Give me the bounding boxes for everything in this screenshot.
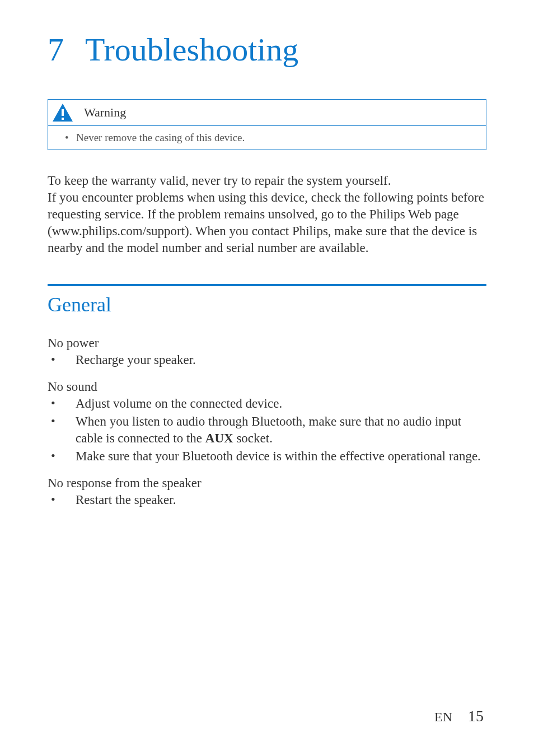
footer-lang: EN bbox=[434, 710, 452, 725]
bold-text: AUX bbox=[205, 431, 233, 445]
warning-item: Never remove the casing of this device. bbox=[65, 132, 478, 144]
section-title: General bbox=[48, 293, 486, 316]
chapter-heading: 7 Troubleshooting bbox=[48, 31, 486, 68]
issue-block: No response from the speakerRestart the … bbox=[48, 476, 486, 508]
issue-title: No sound bbox=[48, 380, 486, 394]
warning-body: Never remove the casing of this device. bbox=[48, 125, 486, 150]
warning-header: Warning bbox=[48, 100, 486, 125]
issue-block: No powerRecharge your speaker. bbox=[48, 336, 486, 368]
footer-page: 15 bbox=[468, 707, 484, 725]
issue-item: Make sure that your Bluetooth device is … bbox=[49, 448, 486, 465]
warning-list: Never remove the casing of this device. bbox=[65, 132, 478, 144]
warning-box: Warning Never remove the casing of this … bbox=[48, 99, 486, 150]
issue-list: Adjust volume on the connected device.Wh… bbox=[48, 395, 486, 465]
issue-list: Recharge your speaker. bbox=[48, 352, 486, 368]
chapter-title: Troubleshooting bbox=[85, 31, 298, 68]
issue-title: No power bbox=[48, 336, 486, 351]
section-divider bbox=[48, 284, 486, 286]
issue-item: Recharge your speaker. bbox=[49, 352, 486, 368]
svg-rect-0 bbox=[62, 109, 64, 116]
issue-item: Restart the speaker. bbox=[49, 492, 486, 508]
warning-label: Warning bbox=[84, 105, 126, 120]
chapter-number: 7 bbox=[48, 31, 64, 68]
intro-text: To keep the warranty valid, never try to… bbox=[48, 172, 486, 256]
issue-block: No soundAdjust volume on the connected d… bbox=[48, 380, 486, 465]
page-footer: EN 15 bbox=[434, 707, 484, 725]
warning-icon bbox=[51, 102, 74, 123]
issue-list: Restart the speaker. bbox=[48, 492, 486, 508]
issue-item: When you listen to audio through Bluetoo… bbox=[49, 413, 486, 447]
issue-title: No response from the speaker bbox=[48, 476, 486, 491]
issue-item: Adjust volume on the connected device. bbox=[49, 395, 486, 412]
svg-rect-1 bbox=[62, 118, 64, 120]
